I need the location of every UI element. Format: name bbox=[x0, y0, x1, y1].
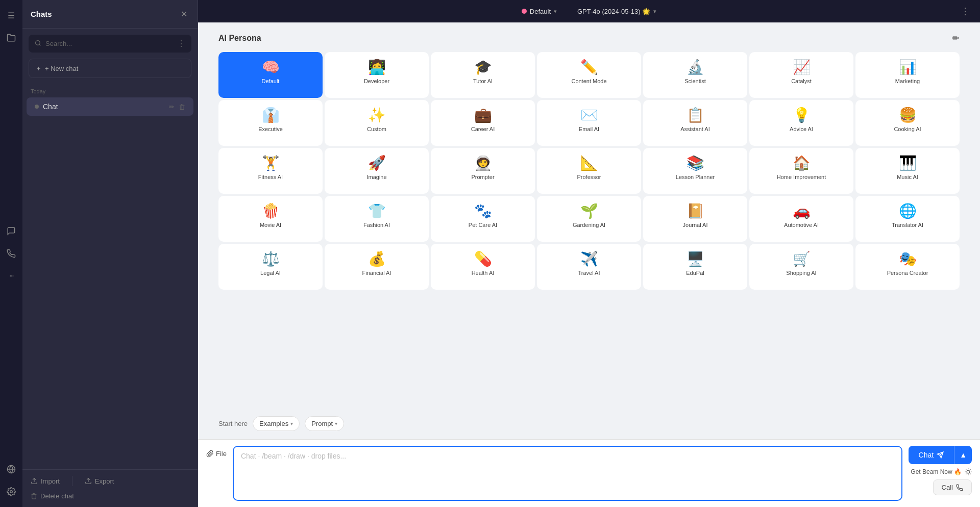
delete-chat-button[interactable]: Delete chat bbox=[40, 492, 74, 500]
persona-card-shopping-ai[interactable]: 🛒 Shopping AI bbox=[749, 244, 853, 290]
send-options-button[interactable]: ▲ bbox=[954, 446, 972, 464]
persona-card-professor[interactable]: 📐 Professor bbox=[537, 148, 641, 194]
persona-card-legal-ai[interactable]: ⚖️ Legal AI bbox=[218, 244, 323, 290]
more-dots-icon[interactable]: ··· bbox=[2, 267, 20, 285]
persona-icon-fitness-ai: 🏋️ bbox=[262, 156, 280, 170]
phone-icon[interactable] bbox=[2, 244, 20, 263]
persona-icon-financial-ai: 💰 bbox=[368, 252, 386, 266]
svg-point-3 bbox=[36, 40, 40, 45]
persona-card-developer[interactable]: 👩‍💻 Developer bbox=[325, 52, 429, 98]
persona-label-edupal: EduPal bbox=[686, 269, 704, 276]
persona-card-advice-ai[interactable]: 💡 Advice AI bbox=[749, 100, 853, 146]
persona-icon-tutor: 🎓 bbox=[474, 60, 492, 74]
persona-label-cooking-ai: Cooking AI bbox=[894, 125, 921, 133]
examples-button[interactable]: Examples ▾ bbox=[253, 416, 300, 431]
persona-card-email-ai[interactable]: ✉️ Email AI bbox=[537, 100, 641, 146]
persona-card-health-ai[interactable]: 💊 Health AI bbox=[431, 244, 535, 290]
persona-card-tutor[interactable]: 🎓 Tutor AI bbox=[431, 52, 535, 98]
persona-label-lesson-planner: Lesson Planner bbox=[676, 173, 715, 181]
persona-icon-shopping-ai: 🛒 bbox=[793, 252, 811, 266]
gpt-model-label: GPT-4o (2024-05-13) 🌟 bbox=[577, 8, 650, 15]
export-button[interactable]: Export bbox=[85, 477, 114, 485]
examples-chevron-icon: ▾ bbox=[290, 421, 293, 426]
persona-card-prompter[interactable]: 🧑‍🚀 Prompter bbox=[431, 148, 535, 194]
persona-edit-icon[interactable]: ✏ bbox=[952, 33, 960, 44]
input-area: File Chat ▲ Get Beam Now 🔥 Call bbox=[198, 439, 980, 507]
search-options-icon[interactable]: ⋮ bbox=[177, 39, 185, 48]
persona-icon-translator-ai: 🌐 bbox=[899, 204, 917, 218]
persona-title: AI Persona bbox=[218, 34, 261, 43]
persona-card-music-ai[interactable]: 🎹 Music AI bbox=[855, 148, 960, 194]
persona-icon-gardening-ai: 🌱 bbox=[580, 204, 598, 218]
hamburger-menu-icon[interactable]: ☰ bbox=[2, 6, 20, 24]
persona-card-cooking-ai[interactable]: 🍔 Cooking AI bbox=[855, 100, 960, 146]
persona-label-catalyst: Catalyst bbox=[791, 78, 812, 85]
import-button[interactable]: Import bbox=[31, 477, 60, 485]
persona-label-tutor: Tutor AI bbox=[473, 78, 493, 85]
persona-card-career-ai[interactable]: 💼 Career AI bbox=[431, 100, 535, 146]
persona-card-gardening-ai[interactable]: 🌱 Gardening AI bbox=[537, 196, 641, 242]
globe-icon[interactable] bbox=[2, 460, 20, 478]
svg-line-13 bbox=[970, 474, 971, 474]
persona-card-travel-ai[interactable]: ✈️ Travel AI bbox=[537, 244, 641, 290]
new-chat-button[interactable]: ＋ + New chat bbox=[29, 59, 191, 78]
persona-card-pet-care-ai[interactable]: 🐾 Pet Care AI bbox=[431, 196, 535, 242]
file-button[interactable]: File bbox=[206, 446, 227, 458]
persona-card-home-improvement[interactable]: 🏠 Home Improvement bbox=[749, 148, 853, 194]
settings-icon[interactable] bbox=[2, 483, 20, 501]
folder-icon[interactable] bbox=[2, 29, 20, 47]
start-here-label: Start here bbox=[218, 420, 248, 427]
call-button[interactable]: Call bbox=[933, 479, 972, 495]
persona-card-financial-ai[interactable]: 💰 Financial AI bbox=[325, 244, 429, 290]
search-bar: ⋮ bbox=[29, 35, 191, 53]
svg-point-2 bbox=[10, 491, 13, 493]
persona-card-fashion-ai[interactable]: 👕 Fashion AI bbox=[325, 196, 429, 242]
delete-chat-icon[interactable]: 🗑 bbox=[179, 103, 185, 111]
persona-card-marketing[interactable]: 📊 Marketing bbox=[855, 52, 960, 98]
persona-card-journal-ai[interactable]: 📔 Journal AI bbox=[643, 196, 747, 242]
persona-label-career-ai: Career AI bbox=[471, 125, 495, 133]
chat-list-item[interactable]: Chat ✏ 🗑 bbox=[27, 97, 193, 116]
beam-now-button[interactable]: Get Beam Now 🔥 bbox=[911, 468, 972, 475]
send-chat-button[interactable]: Chat bbox=[909, 446, 954, 464]
svg-line-17 bbox=[970, 469, 971, 470]
persona-label-marketing: Marketing bbox=[895, 78, 920, 85]
persona-card-default[interactable]: 🧠 Default bbox=[218, 52, 323, 98]
edit-chat-icon[interactable]: ✏ bbox=[169, 103, 175, 111]
persona-card-catalyst[interactable]: 📈 Catalyst bbox=[749, 52, 853, 98]
default-chevron-icon: ▾ bbox=[554, 8, 557, 15]
persona-card-assistant-ai[interactable]: 📋 Assistant AI bbox=[643, 100, 747, 146]
persona-card-custom[interactable]: ✨ Custom bbox=[325, 100, 429, 146]
persona-label-financial-ai: Financial AI bbox=[362, 269, 391, 276]
persona-card-content-mode[interactable]: ✏️ Content Mode bbox=[537, 52, 641, 98]
persona-card-movie-ai[interactable]: 🍿 Movie AI bbox=[218, 196, 323, 242]
persona-icon-cooking-ai: 🍔 bbox=[899, 108, 917, 122]
chat-bubble-icon[interactable] bbox=[2, 222, 20, 240]
persona-card-lesson-planner[interactable]: 📚 Lesson Planner bbox=[643, 148, 747, 194]
persona-card-persona-creator[interactable]: 🎭 Persona Creator bbox=[855, 244, 960, 290]
persona-card-edupal[interactable]: 🖥️ EduPal bbox=[643, 244, 747, 290]
persona-card-fitness-ai[interactable]: 🏋️ Fitness AI bbox=[218, 148, 323, 194]
close-panel-button[interactable]: ✕ bbox=[179, 7, 189, 21]
persona-label-fashion-ai: Fashion AI bbox=[363, 221, 390, 229]
persona-card-translator-ai[interactable]: 🌐 Translator AI bbox=[855, 196, 960, 242]
more-options-icon[interactable]: ⋮ bbox=[957, 4, 974, 19]
search-input[interactable] bbox=[45, 40, 173, 47]
persona-icon-scientist: 🔬 bbox=[687, 60, 704, 74]
delete-icon bbox=[31, 493, 37, 499]
send-icon bbox=[937, 451, 944, 459]
chat-input[interactable] bbox=[234, 447, 901, 498]
persona-label-imagine: Imagine bbox=[366, 173, 386, 181]
default-model-selector[interactable]: Default ▾ bbox=[516, 5, 563, 18]
prompt-button[interactable]: Prompt ▾ bbox=[305, 416, 344, 431]
persona-card-scientist[interactable]: 🔬 Scientist bbox=[643, 52, 747, 98]
gpt-model-selector[interactable]: GPT-4o (2024-05-13) 🌟 ▾ bbox=[571, 5, 663, 18]
persona-card-automotive-ai[interactable]: 🚗 Automotive AI bbox=[749, 196, 853, 242]
svg-line-16 bbox=[966, 474, 966, 474]
chat-dot-icon bbox=[35, 105, 39, 109]
persona-label-advice-ai: Advice AI bbox=[790, 125, 813, 133]
persona-card-imagine[interactable]: 🚀 Imagine bbox=[325, 148, 429, 194]
persona-card-executive[interactable]: 👔 Executive bbox=[218, 100, 323, 146]
plus-icon: ＋ bbox=[35, 64, 42, 73]
persona-label-email-ai: Email AI bbox=[579, 125, 599, 133]
